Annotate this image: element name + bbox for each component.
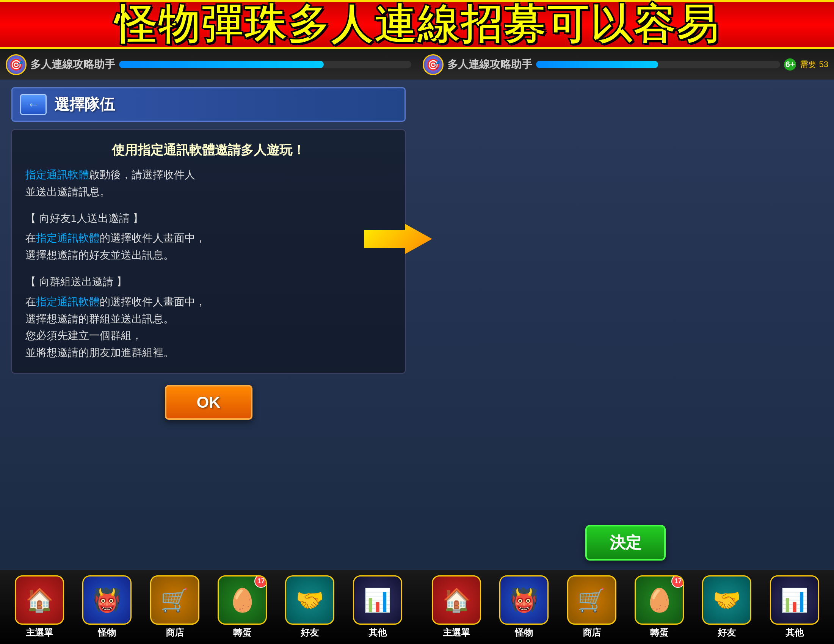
nav-item-monster[interactable]: 👹 怪物 [82,575,131,639]
right-nav-item-monster[interactable]: 👹 怪物 [499,575,548,639]
nav-item-main[interactable]: 🏠 主選單 [15,575,64,639]
right-topbar-bar [536,61,780,68]
section1-title: 【 向好友1人送出邀請 】 [26,210,391,227]
right-nav-item-gacha[interactable]: 🥚 17 轉蛋 [635,575,684,639]
nav-item-other[interactable]: 📊 其他 [353,575,402,639]
section2-title: 【 向群組送出邀請 】 [26,273,391,291]
direction-arrow [364,224,432,254]
right-bottom-nav: 🏠 主選單 👹 怪物 🛒 商店 🥚 17 轉蛋 🤝 [417,570,834,644]
nav-label-other: 其他 [369,626,387,639]
left-topbar-icon: 🎯 [6,54,26,75]
right-nav-label-other: 其他 [786,626,804,639]
right-nav-label-monster: 怪物 [515,626,533,639]
ok-button[interactable]: OK [165,385,252,420]
gacha-badge: 17 [254,575,267,588]
right-nav-label-main: 主選單 [443,626,470,639]
right-nav-icon-shop: 🛒 [567,575,616,625]
nav-label-friend: 好友 [301,626,319,639]
right-nav-icon-gacha: 🥚 17 [635,575,684,625]
nav-icon-friend: 🤝 [285,575,335,625]
title-banner: 怪物彈珠多人連線招募可以容易 [0,0,834,49]
highlight-1: 指定通訊軟體 [26,169,89,181]
back-button[interactable]: ← [20,94,47,115]
right-nav-label-shop: 商店 [583,626,601,639]
content-main-title: 使用指定通訊軟體邀請多人遊玩！ [26,141,391,159]
highlight-3: 指定通訊軟體 [36,296,100,307]
nav-label-monster: 怪物 [98,626,116,639]
right-topbar-label: 多人連線攻略助手 [447,57,532,72]
section2-body: 在指定通訊軟體的選擇收件人畫面中，選擇想邀請的群組並送出訊息。您必須先建立一個群… [26,294,391,361]
highlight-2: 指定通訊軟體 [36,232,100,244]
right-nav-icon-other: 📊 [770,575,819,625]
selection-title: 選擇隊伍 [54,94,115,115]
nav-label-main: 主選單 [26,626,53,639]
left-topbar-bar-fill [119,61,324,68]
right-nav-label-gacha: 轉蛋 [650,626,668,639]
nav-icon-monster: 👹 [82,575,131,625]
needs-text: 需要 53 [800,59,828,70]
content-section1: 【 向好友1人送出邀請 】 在指定通訊軟體的選擇收件人畫面中，選擇想邀請的好友並… [26,210,391,264]
right-nav-item-main[interactable]: 🏠 主選單 [432,575,481,639]
left-topbar: 🎯 多人連線攻略助手 [0,49,417,80]
right-nav-item-other[interactable]: 📊 其他 [770,575,819,639]
nav-icon-shop: 🛒 [150,575,199,625]
selection-header: ← 選擇隊伍 [11,87,406,122]
decide-button[interactable]: 決定 [585,525,666,561]
right-nav-item-friend[interactable]: 🤝 好友 [702,575,752,639]
section1-body: 在指定通訊軟體的選擇收件人畫面中，選擇想邀請的好友並送出訊息。 [26,230,391,264]
right-nav-item-shop[interactable]: 🛒 商店 [567,575,616,639]
nav-icon-main: 🏠 [15,575,64,625]
page-title: 怪物彈珠多人連線招募可以容易 [115,0,719,53]
content-box: 使用指定通訊軟體邀請多人遊玩！ 指定通訊軟體啟動後，請選擇收件人並送出邀請訊息。… [11,129,406,374]
content-section2: 【 向群組送出邀請 】 在指定通訊軟體的選擇收件人畫面中，選擇想邀請的群組並送出… [26,273,391,361]
left-topbar-bar [119,61,411,68]
content-para1: 指定通訊軟體啟動後，請選擇收件人並送出邀請訊息。 [26,167,391,201]
coin-plus-button[interactable]: 6+ [784,58,796,71]
arrow-wrapper [364,209,432,269]
nav-item-gacha[interactable]: 🥚 17 轉蛋 [218,575,267,639]
content-body: 指定通訊軟體啟動後，請選擇收件人並送出邀請訊息。 【 向好友1人送出邀請 】 在… [26,167,391,361]
nav-item-shop[interactable]: 🛒 商店 [150,575,199,639]
right-topbar-icon: 🎯 [423,54,443,75]
right-nav-label-friend: 好友 [718,626,736,639]
right-gacha-badge: 17 [671,575,684,588]
topbar-coin-info: 6+ [784,58,796,71]
right-topbar: 🎯 多人連線攻略助手 6+ 需要 53 [417,49,834,80]
right-nav-icon-monster: 👹 [499,575,548,625]
nav-label-gacha: 轉蛋 [233,626,251,639]
right-panel: 🎯 多人連線攻略助手 6+ 需要 53 アプリケーションを選択 ブラウザ マルチ… [417,49,834,644]
left-topbar-label: 多人連線攻略助手 [30,57,115,72]
nav-icon-other: 📊 [353,575,402,625]
nav-label-shop: 商店 [166,626,184,639]
right-nav-icon-friend: 🤝 [702,575,752,625]
left-panel: 🎯 多人連線攻略助手 ← 選擇隊伍 使用指定通訊軟體邀請多人遊玩！ 指定通訊軟體… [0,49,417,644]
nav-icon-gacha: 🥚 17 [218,575,267,625]
right-topbar-bar-fill [536,61,658,68]
right-nav-icon-main: 🏠 [432,575,481,625]
nav-item-friend[interactable]: 🤝 好友 [285,575,335,639]
left-bottom-nav: 🏠 主選單 👹 怪物 🛒 商店 🥚 17 轉蛋 🤝 [0,570,417,644]
